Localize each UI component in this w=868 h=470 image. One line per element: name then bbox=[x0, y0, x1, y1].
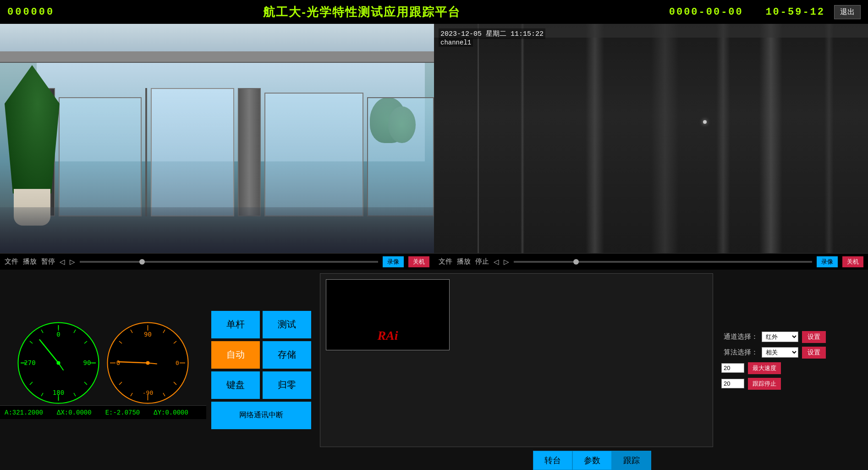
ctrl-pause-left[interactable]: 暂停 bbox=[41, 257, 55, 266]
azimuth-gauge: 0 90 180 270 bbox=[16, 321, 101, 405]
svg-point-43 bbox=[146, 361, 150, 365]
btn-row-2: 自动 存储 bbox=[211, 341, 311, 369]
track-stop-button[interactable]: 跟踪停止 bbox=[748, 378, 781, 390]
door-glass-2 bbox=[151, 88, 234, 216]
status-e: E:-2.0750 bbox=[105, 409, 140, 416]
ctrl-file-left[interactable]: 文件 bbox=[5, 257, 18, 266]
tracking-right-wrap: RAi 通道选择： 红外 设置 算法选择： 相关 bbox=[316, 270, 868, 470]
status-dx: ΔX:0.0000 bbox=[57, 409, 92, 416]
input-row-2: 跟踪停止 bbox=[721, 378, 863, 390]
save-button[interactable]: 存储 bbox=[263, 341, 311, 369]
slider-thumb-right bbox=[573, 259, 579, 265]
ir-bright-spot bbox=[703, 120, 707, 124]
svg-text:180: 180 bbox=[53, 389, 64, 396]
air-duct bbox=[0, 51, 434, 63]
elevation-gauge-svg: 90 0 -90 0 bbox=[105, 321, 190, 405]
ctrl-shutdown-left[interactable]: 关机 bbox=[408, 256, 429, 267]
channel-set-button[interactable]: 设置 bbox=[802, 331, 826, 343]
ctrl-record-left[interactable]: 录像 bbox=[383, 256, 404, 267]
ir-background: 2023-12-05 星期二 11:15:22 channel1 bbox=[434, 24, 868, 253]
plant-area bbox=[0, 70, 64, 226]
status-a: A:321.2000 bbox=[5, 409, 43, 416]
ctrl-shutdown-right[interactable]: 关机 bbox=[842, 256, 863, 267]
ctrl-bar-right: 文件 播放 停止 ◁ ▷ 录像 关机 bbox=[434, 253, 868, 270]
door-glass-4 bbox=[367, 97, 434, 216]
gauges-row: 0 90 180 270 bbox=[16, 321, 190, 405]
rai-label: RAi bbox=[377, 328, 398, 343]
ir-stripe-6 bbox=[759, 24, 782, 253]
door-area bbox=[27, 79, 434, 216]
ir-stripe-1 bbox=[478, 24, 479, 253]
svg-text:0: 0 bbox=[56, 331, 60, 338]
video-panel-left bbox=[0, 24, 434, 253]
keyboard-button[interactable]: 键盘 bbox=[211, 371, 260, 399]
track-button[interactable]: 跟踪 bbox=[612, 451, 651, 470]
single-rod-button[interactable]: 单杆 bbox=[211, 311, 260, 338]
input-row-1: 最大速度 bbox=[721, 362, 863, 374]
azimuth-gauge-svg: 0 90 180 270 bbox=[16, 321, 101, 405]
video-channel: channel1 bbox=[439, 39, 473, 47]
status-bar: A:321.2000 ΔX:0.0000 E:-2.0750 ΔY:0.0000 bbox=[0, 405, 206, 419]
reset-button[interactable]: 归零 bbox=[263, 371, 311, 399]
floor bbox=[0, 207, 434, 253]
control-bars: 文件 播放 暂停 ◁ ▷ 录像 关机 文件 播放 停止 ◁ ▷ 录像 关机 bbox=[0, 253, 868, 270]
svg-text:270: 270 bbox=[24, 359, 35, 366]
system-id-left: 000000 bbox=[7, 6, 55, 18]
algo-select-row: 算法选择： 相关 设置 bbox=[721, 347, 863, 359]
input-field-2[interactable] bbox=[721, 379, 744, 388]
door-frame-2 bbox=[238, 88, 261, 216]
channel-select[interactable]: 红外 bbox=[762, 332, 798, 342]
status-dy: ΔY:0.0000 bbox=[154, 409, 188, 416]
channel-label: 通道选择： bbox=[721, 332, 758, 341]
svg-text:-90: -90 bbox=[143, 389, 153, 396]
btn-row-4: 网络通讯中断 bbox=[211, 402, 311, 429]
ir-stripe-2 bbox=[521, 24, 524, 253]
app-title: 航工大-光学特性测试应用跟踪平台 bbox=[263, 4, 461, 20]
params-button[interactable]: 参数 bbox=[572, 451, 612, 470]
ctrl-slider-left[interactable] bbox=[80, 261, 378, 263]
lobby-background bbox=[0, 24, 434, 253]
svg-text:90: 90 bbox=[83, 359, 91, 366]
video-panel-right: 2023-12-05 星期二 11:15:22 channel1 bbox=[434, 24, 868, 253]
ctrl-prev-right[interactable]: ◁ bbox=[494, 258, 499, 266]
svg-text:0: 0 bbox=[176, 359, 179, 366]
btn-row-3: 键盘 归零 bbox=[211, 371, 311, 399]
door-glass-3 bbox=[264, 93, 364, 216]
bottom-action-buttons: 转台 参数 跟踪 bbox=[316, 451, 868, 470]
exit-button[interactable]: 退出 bbox=[834, 5, 861, 19]
slider-thumb-left bbox=[139, 259, 145, 265]
ctrl-play-left[interactable]: 播放 bbox=[23, 257, 37, 266]
video-area: 2023-12-05 星期二 11:15:22 channel1 bbox=[0, 24, 868, 253]
channel-select-row: 通道选择： 红外 设置 bbox=[721, 331, 863, 343]
right-control: 通道选择： 红外 设置 算法选择： 相关 设置 最大速 bbox=[717, 270, 868, 451]
algo-label: 算法选择： bbox=[721, 348, 758, 357]
test-button[interactable]: 测试 bbox=[263, 311, 311, 338]
elevation-gauge: 90 0 -90 0 bbox=[105, 321, 190, 405]
video-timestamp: 2023-12-05 星期二 11:15:22 bbox=[439, 28, 545, 39]
max-speed-button[interactable]: 最大速度 bbox=[748, 362, 781, 374]
ctrl-next-left[interactable]: ▷ bbox=[70, 258, 75, 266]
btn-row-1: 单杆 测试 bbox=[211, 311, 311, 338]
network-button[interactable]: 网络通讯中断 bbox=[211, 402, 311, 429]
date-left: 0000-00-00 bbox=[669, 6, 743, 18]
algo-select[interactable]: 相关 bbox=[762, 347, 798, 358]
ctrl-bar-left: 文件 播放 暂停 ◁ ▷ 录像 关机 bbox=[0, 253, 434, 270]
ctrl-prev-left[interactable]: ◁ bbox=[60, 258, 65, 266]
top-bar: 000000 航工大-光学特性测试应用跟踪平台 0000-00-00 10-59… bbox=[0, 0, 868, 24]
ctrl-record-right[interactable]: 录像 bbox=[817, 256, 838, 267]
turntable-button[interactable]: 转台 bbox=[533, 451, 572, 470]
control-buttons: 单杆 测试 自动 存储 键盘 归零 网络通讯中断 bbox=[206, 270, 316, 470]
algo-set-button[interactable]: 设置 bbox=[802, 347, 826, 359]
input-field-1[interactable] bbox=[721, 363, 744, 373]
auto-button[interactable]: 自动 bbox=[211, 341, 260, 369]
ctrl-next-right[interactable]: ▷ bbox=[504, 258, 509, 266]
ir-stripe-4 bbox=[651, 24, 679, 253]
plant-foliage bbox=[5, 65, 60, 194]
svg-text:90: 90 bbox=[144, 331, 152, 338]
ctrl-play-right[interactable]: 播放 bbox=[457, 257, 471, 266]
ctrl-stop-right[interactable]: 停止 bbox=[475, 257, 489, 266]
ctrl-file-right[interactable]: 文件 bbox=[439, 257, 452, 266]
ir-stripe-3 bbox=[586, 24, 604, 253]
ir-stripe-5 bbox=[716, 24, 730, 253]
ctrl-slider-right[interactable] bbox=[514, 261, 812, 263]
